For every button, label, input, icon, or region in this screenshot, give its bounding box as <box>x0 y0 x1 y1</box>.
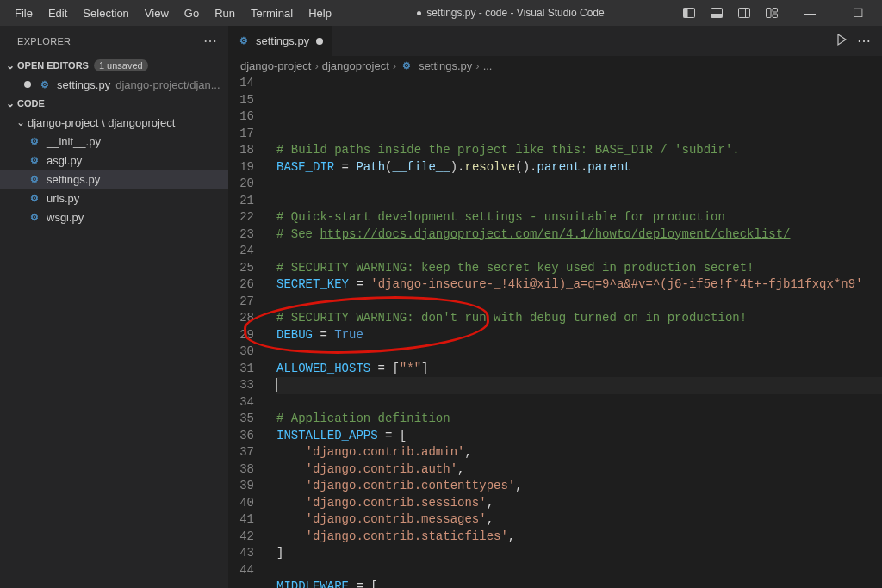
editor-tabs: ⚙ settings.py ⋯ <box>228 26 882 56</box>
file-item[interactable]: ⚙__init__.py <box>0 132 228 151</box>
title-controls: ― ☐ <box>682 0 875 26</box>
menu-terminal[interactable]: Terminal <box>243 7 301 20</box>
chevron-down-icon: ⌄ <box>3 97 17 109</box>
svg-rect-1 <box>684 9 688 18</box>
menu-edit[interactable]: Edit <box>40 7 75 20</box>
menu-file[interactable]: File <box>7 7 40 20</box>
chevron-down-icon: ⌄ <box>3 59 17 71</box>
breadcrumb-item[interactable]: ⚙settings.py <box>400 59 472 72</box>
explorer-header: EXPLORER ⋯ <box>0 26 228 56</box>
menu-run[interactable]: Run <box>207 7 243 20</box>
window-maximize-button[interactable]: ☐ <box>841 0 875 26</box>
run-icon[interactable] <box>835 33 848 49</box>
python-file-icon: ⚙ <box>38 77 52 91</box>
chevron-down-icon: ⌄ <box>14 116 28 128</box>
folder-item[interactable]: ⌄ django-project \ djangoproject <box>0 113 228 132</box>
title-bar: File Edit Selection View Go Run Terminal… <box>0 0 882 26</box>
modified-dot-icon <box>417 11 421 15</box>
explorer-more-icon[interactable]: ⋯ <box>203 33 218 49</box>
breadcrumbs[interactable]: django-project › djangoproject › ⚙settin… <box>228 56 882 75</box>
menu-view[interactable]: View <box>137 7 177 20</box>
window-title-text: settings.py - code - Visual Studio Code <box>426 7 605 19</box>
chevron-right-icon: › <box>475 59 479 72</box>
svg-rect-4 <box>739 9 750 18</box>
breadcrumb-item[interactable]: ... <box>483 59 493 72</box>
folder-name: django-project \ djangoproject <box>28 116 175 129</box>
code-editor[interactable]: 1415161718192021222324252627282930313334… <box>228 75 882 588</box>
file-name: __init__.py <box>47 135 101 148</box>
file-name: urls.py <box>47 192 79 205</box>
python-file-icon: ⚙ <box>28 191 41 205</box>
layout-toggle-panel-icon[interactable] <box>710 6 724 20</box>
customize-layout-icon[interactable] <box>765 6 779 20</box>
file-item[interactable]: ⚙settings.py <box>0 170 228 189</box>
workspace-label: CODE <box>17 98 45 108</box>
window-minimize-button[interactable]: ― <box>792 0 827 26</box>
window-title: settings.py - code - Visual Studio Code <box>339 7 682 19</box>
file-item[interactable]: ⚙asgi.py <box>0 151 228 170</box>
layout-toggle-secondary-sidebar-icon[interactable] <box>737 6 751 20</box>
tab-settings-py[interactable]: ⚙ settings.py <box>228 26 332 56</box>
menu-bar: File Edit Selection View Go Run Terminal… <box>7 7 339 20</box>
menu-go[interactable]: Go <box>177 7 207 20</box>
open-editors-label: OPEN EDITORS <box>17 60 89 71</box>
chevron-right-icon: › <box>393 59 396 72</box>
file-name: settings.py <box>47 173 100 186</box>
menu-selection[interactable]: Selection <box>75 7 136 20</box>
explorer-sidebar: EXPLORER ⋯ ⌄ OPEN EDITORS 1 unsaved ⚙ se… <box>0 26 228 588</box>
file-item[interactable]: ⚙urls.py <box>0 189 228 207</box>
svg-rect-6 <box>767 9 772 18</box>
svg-rect-7 <box>773 9 778 13</box>
editor-area: ⚙ settings.py ⋯ django-project › djangop… <box>228 26 882 588</box>
open-editors-header[interactable]: ⌄ OPEN EDITORS 1 unsaved <box>0 56 228 75</box>
file-name: wsgi.py <box>47 211 84 224</box>
python-file-icon: ⚙ <box>28 153 41 167</box>
layout-toggle-primary-sidebar-icon[interactable] <box>682 6 696 20</box>
svg-rect-8 <box>773 14 778 18</box>
unsaved-badge: 1 unsaved <box>94 59 148 71</box>
editor-more-icon[interactable]: ⋯ <box>857 33 872 49</box>
python-file-icon: ⚙ <box>400 59 413 72</box>
open-editor-path: django-project/djan... <box>115 78 220 91</box>
code-content[interactable]: # Build paths inside the project like th… <box>270 75 882 588</box>
menu-help[interactable]: Help <box>301 7 339 20</box>
python-file-icon: ⚙ <box>28 134 41 148</box>
python-file-icon: ⚙ <box>237 34 251 48</box>
explorer-title: EXPLORER <box>17 36 71 46</box>
modified-dot-icon <box>316 38 323 45</box>
open-editor-item[interactable]: ⚙ settings.py django-project/djan... <box>0 75 228 94</box>
open-editor-filename: settings.py <box>57 78 110 91</box>
modified-dot-icon <box>24 81 31 88</box>
breadcrumb-item[interactable]: django-project <box>240 59 311 72</box>
line-gutter: 1415161718192021222324252627282930313334… <box>228 75 270 588</box>
workspace-header[interactable]: ⌄ CODE <box>0 94 228 113</box>
breadcrumb-item[interactable]: djangoproject <box>322 59 389 72</box>
python-file-icon: ⚙ <box>28 172 41 186</box>
svg-rect-3 <box>711 14 723 18</box>
chevron-right-icon: › <box>314 59 318 72</box>
file-item[interactable]: ⚙wsgi.py <box>0 207 228 226</box>
python-file-icon: ⚙ <box>28 210 41 224</box>
file-name: asgi.py <box>47 154 82 167</box>
tab-label: settings.py <box>256 34 309 47</box>
